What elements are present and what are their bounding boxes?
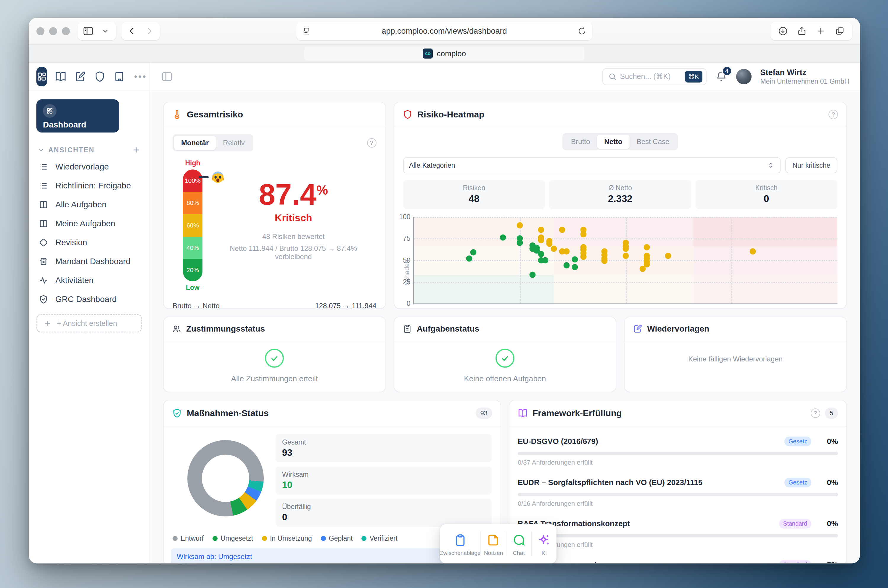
risk-data-point[interactable] <box>517 222 523 229</box>
user-info[interactable]: Stefan Wirtz Mein Unternehmen 01 GmbH <box>760 68 849 85</box>
tab-netto[interactable]: Netto <box>597 135 629 149</box>
clipboard-tool-button[interactable]: Zwischenablage <box>440 531 480 556</box>
sidebar-item-wiedervorlage[interactable]: Wiedervorlage <box>36 158 142 176</box>
framework-type-badge: Gesetz <box>784 436 811 446</box>
category-select[interactable]: Alle Kategorien <box>403 158 781 173</box>
gauge-marker <box>199 170 225 184</box>
risk-data-point[interactable] <box>466 255 472 261</box>
share-icon[interactable] <box>792 24 811 38</box>
risk-data-point[interactable] <box>572 256 578 262</box>
module-policy-edit-icon[interactable] <box>74 71 86 82</box>
sidebar-toggle-icon[interactable] <box>82 24 95 38</box>
tab-relativ[interactable]: Relativ <box>216 136 251 150</box>
framework-row[interactable]: EUDR – Sorgfaltspflichten nach VO (EU) 2… <box>518 471 838 512</box>
downloads-icon[interactable] <box>774 24 792 38</box>
zoom-window-button[interactable] <box>62 27 70 35</box>
risk-data-point[interactable] <box>538 226 544 233</box>
sidebar-item-label: Richtlinien: Freigabe <box>55 181 131 190</box>
framework-row[interactable]: utz Standard 5% n erfüllt <box>518 553 838 563</box>
risk-data-point[interactable] <box>580 254 586 260</box>
create-view-button[interactable]: + Ansicht erstellen <box>36 314 142 333</box>
panel-toggle-icon[interactable] <box>161 70 173 83</box>
search-field[interactable] <box>620 72 682 81</box>
sidebar-item-mandant-dashboard[interactable]: Mandant Dashboard <box>36 252 142 271</box>
risk-data-point[interactable] <box>538 251 544 257</box>
framework-row[interactable]: EU-DSGVO (2016/679) Gesetz 0% 0/37 Anfor… <box>518 429 838 471</box>
critical-only-button[interactable]: Nur kritische <box>785 158 837 173</box>
risk-data-point[interactable] <box>665 253 671 259</box>
zustimmungsstatus-card: Zustimmungsstatus Alle Zustimmungen erte… <box>163 316 386 392</box>
add-view-icon[interactable] <box>132 146 141 154</box>
risk-data-point[interactable] <box>563 249 569 255</box>
help-icon[interactable]: ? <box>828 110 838 119</box>
risk-data-point[interactable] <box>538 237 544 243</box>
tab-brutto[interactable]: Brutto <box>564 135 597 149</box>
sidebar-item-revision[interactable]: Revision <box>36 233 142 252</box>
risk-scatter-plot[interactable]: 100 75 50 25 0 0 25 50 75 100 <box>413 217 837 304</box>
forward-button[interactable] <box>143 24 156 38</box>
search-input[interactable]: ⌘K <box>602 68 707 85</box>
risk-data-point[interactable] <box>542 257 548 263</box>
category-select-value: Alle Kategorien <box>409 162 455 170</box>
user-avatar[interactable] <box>736 69 751 84</box>
stat-netto-avg: Ø Netto 2.332 <box>549 180 691 209</box>
risk-data-point[interactable] <box>644 244 650 250</box>
sidebar-item-alle-aufgaben[interactable]: Alle Aufgaben <box>36 195 142 214</box>
chevron-down-icon[interactable] <box>99 24 112 38</box>
users-icon <box>172 324 181 334</box>
module-building-icon[interactable] <box>113 71 125 82</box>
sidebar-item-richtlinien-freigabe[interactable]: Richtlinien: Freigabe <box>36 176 142 195</box>
risk-data-point[interactable] <box>530 272 536 278</box>
module-shield-icon[interactable] <box>94 71 106 82</box>
tool-label: KI <box>541 550 547 556</box>
help-icon[interactable]: ? <box>367 138 376 148</box>
gauge-low-label: Low <box>175 284 211 292</box>
legend-item: Entwurf <box>173 534 204 543</box>
close-window-button[interactable] <box>36 27 44 35</box>
reader-format-icon[interactable] <box>302 27 311 36</box>
risk-data-point[interactable] <box>750 249 756 255</box>
risk-data-point[interactable] <box>500 234 506 241</box>
browser-tab[interactable]: co comploo <box>304 46 584 61</box>
framework-row[interactable]: BAFA Transformationskonzept Standard 0% … <box>518 512 838 553</box>
risk-data-point[interactable] <box>623 253 629 259</box>
risk-data-point[interactable] <box>602 258 608 264</box>
risk-data-point[interactable] <box>546 240 552 247</box>
notifications-bell-icon[interactable]: 4 <box>715 71 727 82</box>
wiedervorlagen-card: Wiedervorlagen Keine fälligen Wiedervorl… <box>624 316 847 392</box>
sidebar-item-label: Revision <box>55 238 87 247</box>
back-button[interactable] <box>125 24 138 38</box>
ai-tool-button[interactable]: KI <box>531 531 557 556</box>
module-book-icon[interactable] <box>55 71 66 82</box>
risk-data-point[interactable] <box>640 266 646 272</box>
risk-data-point[interactable] <box>563 262 569 268</box>
risk-data-point[interactable] <box>470 249 476 255</box>
tab-best-case[interactable]: Best Case <box>629 135 677 149</box>
notes-tool-button[interactable]: Notizen <box>480 531 506 556</box>
module-more-icon[interactable]: ••• <box>134 72 147 82</box>
tab-monetaer[interactable]: Monetär <box>174 136 216 150</box>
risk-data-point[interactable] <box>559 226 565 233</box>
tool-label: Notizen <box>484 550 503 556</box>
risk-data-point[interactable] <box>551 246 557 252</box>
address-bar[interactable]: app.comploo.com/views/dashboard <box>296 22 592 40</box>
help-icon[interactable]: ? <box>811 408 820 418</box>
url-text[interactable]: app.comploo.com/views/dashboard <box>311 27 578 36</box>
minimize-window-button[interactable] <box>49 27 57 35</box>
risk-data-point[interactable] <box>517 240 523 246</box>
sidebar-item-meine-aufgaben[interactable]: Meine Aufgaben <box>36 214 142 233</box>
module-dashboard-icon[interactable] <box>36 67 47 86</box>
sidebar-item-grc-dashboard[interactable]: GRC Dashboard <box>36 290 142 309</box>
massnahmen-donut-chart[interactable] <box>187 440 264 516</box>
sidebar-item-aktivitaeten[interactable]: Aktivitäten <box>36 271 142 290</box>
risk-data-point[interactable] <box>580 231 586 237</box>
risk-data-point[interactable] <box>623 246 629 252</box>
new-tab-icon[interactable] <box>811 24 830 38</box>
sidebar-item-dashboard[interactable]: Dashboard <box>36 99 119 132</box>
chat-tool-button[interactable]: Chat <box>506 531 531 556</box>
tab-overview-icon[interactable] <box>830 24 849 38</box>
risk-data-point[interactable] <box>572 264 578 270</box>
window-controls[interactable] <box>36 27 70 35</box>
views-section-header[interactable]: ANSICHTEN <box>38 146 141 154</box>
reload-icon[interactable] <box>578 27 586 36</box>
